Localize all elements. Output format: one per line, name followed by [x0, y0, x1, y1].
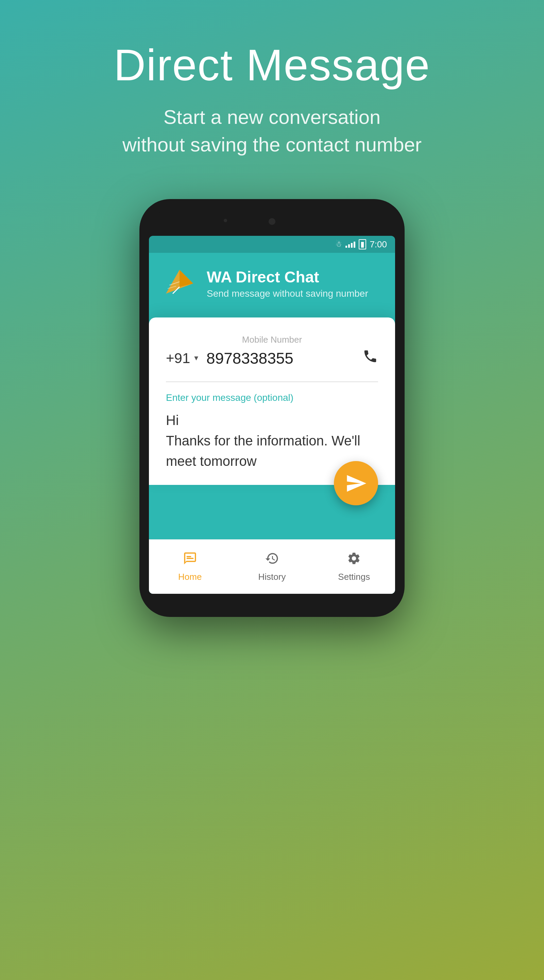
home-label: Home: [178, 572, 201, 582]
phone-bottom: [149, 594, 395, 608]
phone-screen: ☃ ▮ 7:00: [149, 236, 395, 594]
hero-subtitle: Start a new conversationwithout saving t…: [0, 103, 544, 158]
hero-section: Direct Message Start a new conversationw…: [0, 0, 544, 179]
nav-history[interactable]: History: [231, 551, 313, 582]
status-icons: ☃ ▮ 7:00: [335, 239, 387, 250]
phone-camera: [269, 218, 275, 225]
phone-device: ☃ ▮ 7:00: [140, 199, 404, 617]
signal-icon: [346, 241, 355, 248]
country-code-selector[interactable]: +91 ▼: [166, 350, 200, 366]
hero-title: Direct Message: [0, 41, 544, 89]
home-icon: [183, 551, 197, 569]
battery-icon: ▮: [359, 239, 366, 250]
status-bar: ☃ ▮ 7:00: [149, 236, 395, 253]
phone-number-input[interactable]: 8978338355: [206, 349, 356, 368]
svg-marker-1: [179, 270, 193, 287]
app-header: WA Direct Chat Send message without savi…: [149, 253, 395, 318]
wifi-icon: ☃: [335, 240, 342, 249]
message-input[interactable]: HiThanks for the information. We'll meet…: [166, 410, 378, 471]
call-icon[interactable]: [362, 348, 378, 368]
phone-number-section: Mobile Number +91 ▼ 8978338355: [166, 334, 378, 368]
phone-input-row[interactable]: +91 ▼ 8978338355: [166, 348, 378, 368]
svg-rect-5: [186, 556, 191, 557]
app-title-block: WA Direct Chat Send message without savi…: [207, 268, 368, 299]
input-card: Mobile Number +91 ▼ 8978338355: [149, 318, 395, 485]
send-fab[interactable]: [334, 461, 378, 505]
divider: [166, 382, 378, 382]
app-logo: [163, 266, 197, 301]
phone-top-bar: [149, 208, 395, 236]
phone-speaker: [224, 219, 227, 222]
history-icon: [265, 551, 279, 569]
settings-icon: [347, 551, 361, 569]
settings-label: Settings: [338, 572, 370, 582]
svg-rect-6: [186, 558, 193, 559]
message-label: Enter your message (optional): [166, 392, 378, 403]
message-section: Enter your message (optional) HiThanks f…: [166, 392, 378, 471]
bottom-navigation: Home History: [149, 539, 395, 594]
status-time: 7:00: [370, 239, 387, 250]
mobile-label: Mobile Number: [166, 334, 378, 345]
dropdown-arrow-icon: ▼: [193, 354, 200, 362]
nav-home[interactable]: Home: [149, 551, 231, 582]
app-name: WA Direct Chat: [207, 268, 368, 286]
history-label: History: [259, 572, 286, 582]
nav-settings[interactable]: Settings: [313, 551, 395, 582]
phone-mockup: ☃ ▮ 7:00: [0, 199, 544, 617]
country-code-value: +91: [166, 350, 190, 366]
app-tagline: Send message without saving number: [207, 288, 368, 299]
